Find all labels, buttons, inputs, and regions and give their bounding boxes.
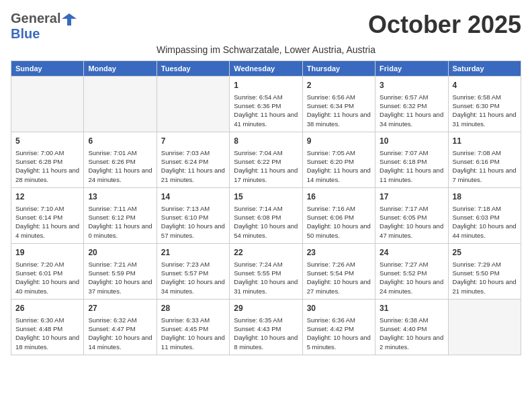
- day-info: Sunrise: 7:10 AMSunset: 6:14 PMDaylight:…: [15, 204, 79, 240]
- calendar-cell: 25Sunrise: 7:29 AMSunset: 5:50 PMDayligh…: [448, 243, 521, 299]
- day-info: Sunrise: 6:32 AMSunset: 4:47 PMDaylight:…: [88, 316, 152, 351]
- header-sunday: Sunday: [11, 61, 84, 77]
- day-info: Sunrise: 7:11 AMSunset: 6:12 PMDaylight:…: [88, 204, 152, 240]
- calendar-cell: [84, 77, 157, 132]
- day-number: 20: [88, 247, 152, 259]
- calendar-cell: 31Sunrise: 6:38 AMSunset: 4:40 PMDayligh…: [375, 299, 448, 355]
- calendar-cell: 9Sunrise: 7:05 AMSunset: 6:20 PMDaylight…: [302, 132, 375, 187]
- day-info: Sunrise: 7:16 AMSunset: 6:06 PMDaylight:…: [307, 204, 371, 240]
- day-info: Sunrise: 6:38 AMSunset: 4:40 PMDaylight:…: [380, 316, 443, 351]
- calendar-week-1: 1Sunrise: 6:54 AMSunset: 6:36 PMDaylight…: [11, 77, 521, 132]
- day-info: Sunrise: 7:01 AMSunset: 6:26 PMDaylight:…: [88, 148, 152, 184]
- day-info: Sunrise: 6:36 AMSunset: 4:42 PMDaylight:…: [307, 316, 371, 351]
- day-info: Sunrise: 7:29 AMSunset: 5:50 PMDaylight:…: [453, 260, 517, 295]
- header-monday: Monday: [84, 61, 157, 77]
- calendar-cell: 22Sunrise: 7:24 AMSunset: 5:55 PMDayligh…: [230, 243, 302, 299]
- day-info: Sunrise: 6:33 AMSunset: 4:45 PMDaylight:…: [161, 316, 225, 351]
- day-number: 16: [307, 191, 371, 203]
- calendar-cell: 11Sunrise: 7:08 AMSunset: 6:16 PMDayligh…: [448, 132, 521, 187]
- day-number: 21: [161, 247, 225, 259]
- calendar-cell: 20Sunrise: 7:21 AMSunset: 5:59 PMDayligh…: [84, 243, 157, 299]
- day-number: 25: [453, 247, 517, 259]
- header-tuesday: Tuesday: [157, 61, 229, 77]
- day-info: Sunrise: 7:18 AMSunset: 6:03 PMDaylight:…: [453, 204, 517, 240]
- calendar-cell: 8Sunrise: 7:04 AMSunset: 6:22 PMDaylight…: [230, 132, 302, 187]
- calendar-table: Sunday Monday Tuesday Wednesday Thursday…: [11, 60, 521, 355]
- day-info: Sunrise: 6:30 AMSunset: 4:48 PMDaylight:…: [15, 316, 79, 351]
- calendar-cell: 14Sunrise: 7:13 AMSunset: 6:10 PMDayligh…: [157, 187, 229, 243]
- day-info: Sunrise: 6:54 AMSunset: 6:36 PMDaylight:…: [234, 93, 298, 128]
- calendar-cell: [11, 77, 84, 132]
- day-number: 12: [15, 191, 79, 203]
- calendar-cell: 16Sunrise: 7:16 AMSunset: 6:06 PMDayligh…: [302, 187, 375, 243]
- day-number: 2: [307, 80, 371, 91]
- day-info: Sunrise: 7:24 AMSunset: 5:55 PMDaylight:…: [234, 260, 298, 295]
- day-number: 14: [161, 191, 225, 203]
- day-info: Sunrise: 7:13 AMSunset: 6:10 PMDaylight:…: [161, 204, 225, 240]
- day-info: Sunrise: 6:56 AMSunset: 6:34 PMDaylight:…: [307, 93, 371, 128]
- day-number: 31: [380, 303, 443, 314]
- calendar-cell: 5Sunrise: 7:00 AMSunset: 6:28 PMDaylight…: [11, 132, 84, 187]
- day-number: 28: [161, 303, 225, 314]
- day-number: 27: [88, 303, 152, 314]
- day-number: 10: [380, 136, 443, 147]
- day-info: Sunrise: 7:14 AMSunset: 6:08 PMDaylight:…: [234, 204, 298, 240]
- calendar-cell: 24Sunrise: 7:27 AMSunset: 5:52 PMDayligh…: [375, 243, 448, 299]
- day-info: Sunrise: 7:03 AMSunset: 6:24 PMDaylight:…: [161, 148, 225, 184]
- calendar-cell: 7Sunrise: 7:03 AMSunset: 6:24 PMDaylight…: [157, 132, 229, 187]
- day-info: Sunrise: 6:57 AMSunset: 6:32 PMDaylight:…: [380, 93, 443, 128]
- calendar-cell: [448, 299, 521, 355]
- day-number: 29: [234, 303, 298, 314]
- day-info: Sunrise: 7:07 AMSunset: 6:18 PMDaylight:…: [380, 148, 443, 184]
- day-number: 3: [380, 80, 443, 91]
- calendar-cell: 4Sunrise: 6:58 AMSunset: 6:30 PMDaylight…: [448, 77, 521, 132]
- day-info: Sunrise: 7:21 AMSunset: 5:59 PMDaylight:…: [88, 260, 152, 295]
- logo: GeneralBlue: [11, 11, 78, 42]
- calendar-cell: 29Sunrise: 6:35 AMSunset: 4:43 PMDayligh…: [230, 299, 302, 355]
- day-info: Sunrise: 6:58 AMSunset: 6:30 PMDaylight:…: [453, 93, 517, 128]
- day-number: 13: [88, 191, 152, 203]
- calendar-cell: 1Sunrise: 6:54 AMSunset: 6:36 PMDaylight…: [230, 77, 302, 132]
- day-number: 5: [15, 136, 79, 147]
- day-number: 22: [234, 247, 298, 259]
- day-number: 24: [380, 247, 443, 259]
- svg-marker-0: [62, 13, 77, 26]
- calendar-cell: 26Sunrise: 6:30 AMSunset: 4:48 PMDayligh…: [11, 299, 84, 355]
- calendar-cell: 17Sunrise: 7:17 AMSunset: 6:05 PMDayligh…: [375, 187, 448, 243]
- calendar-cell: 15Sunrise: 7:14 AMSunset: 6:08 PMDayligh…: [230, 187, 302, 243]
- location-subtitle: Wimpassing im Schwarzatale, Lower Austri…: [11, 44, 521, 55]
- day-number: 23: [307, 247, 371, 259]
- calendar-cell: 6Sunrise: 7:01 AMSunset: 6:26 PMDaylight…: [84, 132, 157, 187]
- day-number: 30: [307, 303, 371, 314]
- calendar-cell: 2Sunrise: 6:56 AMSunset: 6:34 PMDaylight…: [302, 77, 375, 132]
- day-info: Sunrise: 7:00 AMSunset: 6:28 PMDaylight:…: [15, 148, 79, 184]
- header-wednesday: Wednesday: [230, 61, 302, 77]
- day-info: Sunrise: 6:35 AMSunset: 4:43 PMDaylight:…: [234, 316, 298, 351]
- calendar-cell: 23Sunrise: 7:26 AMSunset: 5:54 PMDayligh…: [302, 243, 375, 299]
- header-friday: Friday: [375, 61, 448, 77]
- day-info: Sunrise: 7:27 AMSunset: 5:52 PMDaylight:…: [380, 260, 443, 295]
- day-number: 8: [234, 136, 298, 147]
- day-info: Sunrise: 7:04 AMSunset: 6:22 PMDaylight:…: [234, 148, 298, 184]
- calendar-cell: 21Sunrise: 7:23 AMSunset: 5:57 PMDayligh…: [157, 243, 229, 299]
- day-number: 11: [453, 136, 517, 147]
- calendar-week-4: 19Sunrise: 7:20 AMSunset: 6:01 PMDayligh…: [11, 243, 521, 299]
- day-number: 4: [453, 80, 517, 91]
- month-title-block: October 2025: [368, 11, 521, 39]
- day-number: 15: [234, 191, 298, 203]
- day-info: Sunrise: 7:08 AMSunset: 6:16 PMDaylight:…: [453, 148, 517, 184]
- page-header: GeneralBlue October 2025: [11, 11, 521, 42]
- day-info: Sunrise: 7:23 AMSunset: 5:57 PMDaylight:…: [161, 260, 225, 295]
- header-saturday: Saturday: [448, 61, 521, 77]
- day-info: Sunrise: 7:05 AMSunset: 6:20 PMDaylight:…: [307, 148, 371, 184]
- header-thursday: Thursday: [302, 61, 375, 77]
- calendar-week-2: 5Sunrise: 7:00 AMSunset: 6:28 PMDaylight…: [11, 132, 521, 187]
- weekday-header-row: Sunday Monday Tuesday Wednesday Thursday…: [11, 61, 521, 77]
- calendar-cell: 28Sunrise: 6:33 AMSunset: 4:45 PMDayligh…: [157, 299, 229, 355]
- day-number: 26: [15, 303, 79, 314]
- calendar-cell: 13Sunrise: 7:11 AMSunset: 6:12 PMDayligh…: [84, 187, 157, 243]
- calendar-cell: 3Sunrise: 6:57 AMSunset: 6:32 PMDaylight…: [375, 77, 448, 132]
- day-number: 17: [380, 191, 443, 203]
- calendar-cell: 19Sunrise: 7:20 AMSunset: 6:01 PMDayligh…: [11, 243, 84, 299]
- calendar-cell: 30Sunrise: 6:36 AMSunset: 4:42 PMDayligh…: [302, 299, 375, 355]
